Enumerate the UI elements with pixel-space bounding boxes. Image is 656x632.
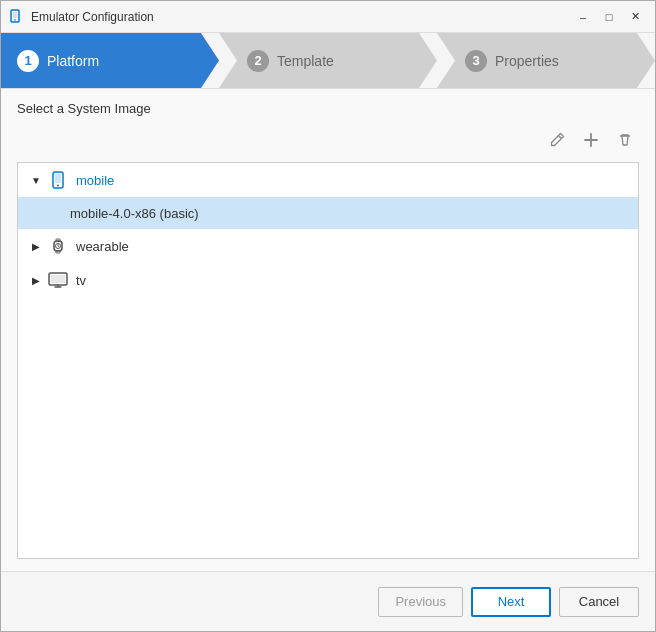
- delete-button[interactable]: [611, 126, 639, 154]
- mobile-label: mobile: [76, 173, 114, 188]
- title-bar: Emulator Configuration – □ ✕: [1, 1, 655, 33]
- delete-icon: [617, 132, 633, 148]
- svg-rect-4: [55, 174, 61, 183]
- add-button[interactable]: [577, 126, 605, 154]
- tree-item-tv[interactable]: ▶ tv: [18, 263, 638, 297]
- wearable-expander[interactable]: ▶: [26, 236, 46, 256]
- svg-point-2: [14, 19, 16, 21]
- tree-item-mobile[interactable]: ▼ mobile: [18, 163, 638, 197]
- window-controls: – □ ✕: [571, 5, 647, 29]
- step-2-label: Template: [277, 53, 334, 69]
- step-template[interactable]: 2 Template: [219, 33, 437, 88]
- content-area: Select a System Image: [1, 89, 655, 571]
- tree-item-wearable[interactable]: ▶ wearable: [18, 229, 638, 263]
- tree-item-mobile-child[interactable]: mobile-4.0-x86 (basic): [18, 197, 638, 229]
- tree-container[interactable]: ▼ mobile mobile-4.0-x86 (basic) ▶: [17, 162, 639, 559]
- svg-rect-1: [13, 12, 17, 18]
- svg-point-5: [57, 185, 59, 187]
- footer: Previous Next Cancel: [1, 571, 655, 631]
- step-3-label: Properties: [495, 53, 559, 69]
- toolbar: [17, 126, 639, 154]
- edit-button[interactable]: [543, 126, 571, 154]
- previous-button[interactable]: Previous: [378, 587, 463, 617]
- app-icon: [9, 9, 25, 25]
- maximize-button[interactable]: □: [597, 5, 621, 29]
- mobile-child-label: mobile-4.0-x86 (basic): [70, 206, 199, 221]
- mobile-expander[interactable]: ▼: [26, 170, 46, 190]
- tv-label: tv: [76, 273, 86, 288]
- step-header: 1 Platform 2 Template 3 Properties: [1, 33, 655, 89]
- step-3-number: 3: [465, 50, 487, 72]
- edit-icon: [549, 132, 565, 148]
- step-1-number: 1: [17, 50, 39, 72]
- section-title: Select a System Image: [17, 101, 639, 116]
- phone-icon: [46, 168, 70, 192]
- watch-icon: [46, 234, 70, 258]
- step-1-label: Platform: [47, 53, 99, 69]
- step-platform[interactable]: 1 Platform: [1, 33, 219, 88]
- window-title: Emulator Configuration: [31, 10, 571, 24]
- step-2-number: 2: [247, 50, 269, 72]
- add-icon: [583, 132, 599, 148]
- tv-expander[interactable]: ▶: [26, 270, 46, 290]
- next-button[interactable]: Next: [471, 587, 551, 617]
- close-button[interactable]: ✕: [623, 5, 647, 29]
- tv-icon: [46, 268, 70, 292]
- wearable-label: wearable: [76, 239, 129, 254]
- cancel-button[interactable]: Cancel: [559, 587, 639, 617]
- step-properties[interactable]: 3 Properties: [437, 33, 655, 88]
- main-window: Emulator Configuration – □ ✕ 1 Platform …: [0, 0, 656, 632]
- minimize-button[interactable]: –: [571, 5, 595, 29]
- svg-rect-11: [51, 275, 65, 283]
